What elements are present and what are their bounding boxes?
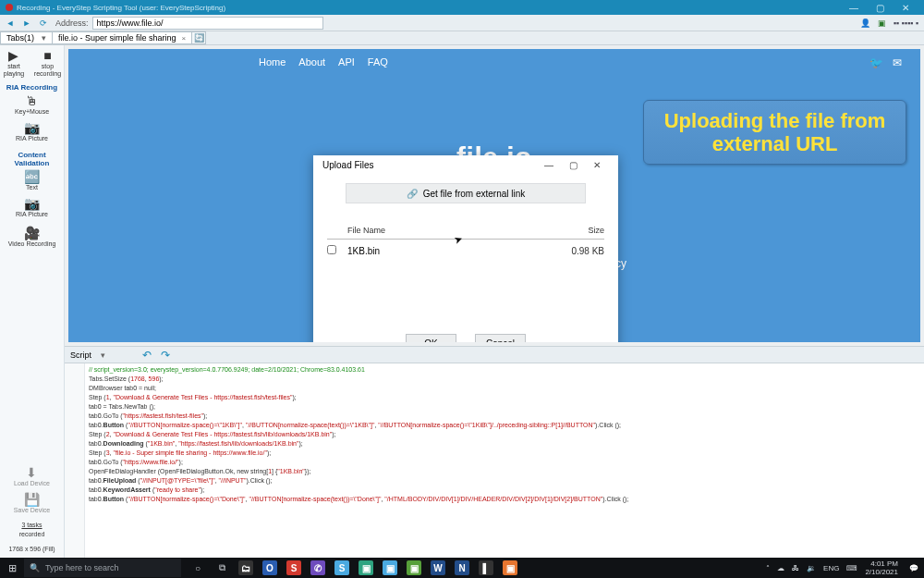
site-nav-api[interactable]: API bbox=[338, 56, 355, 68]
address-input[interactable] bbox=[92, 17, 323, 30]
start-playing-button[interactable]: ▶ start playing bbox=[0, 49, 28, 78]
tutorial-callout: Uploading the file from external URL bbox=[643, 100, 906, 165]
app-orange-icon[interactable]: ▣ bbox=[503, 560, 517, 575]
system-tray: ˄ ☁ 🖧 🔉 ENG ⌨ 4:01 PM 2/10/2021 💬 bbox=[760, 560, 924, 576]
download-icon: ⬇ bbox=[26, 466, 37, 479]
script-label: Script bbox=[70, 350, 91, 360]
table-row[interactable]: 1KB.bin 0.98 KB bbox=[327, 240, 604, 262]
add-tab-button[interactable]: 🔄 bbox=[191, 31, 206, 44]
device-icon[interactable]: ▣ bbox=[878, 18, 886, 28]
file-row-checkbox[interactable] bbox=[327, 245, 336, 254]
chevron-down-icon[interactable]: ▾ bbox=[101, 350, 105, 360]
taskview-icon[interactable]: ⧉ bbox=[214, 560, 229, 575]
dialog-minimize-button[interactable]: — bbox=[537, 160, 561, 170]
address-label: Address: bbox=[55, 18, 89, 28]
window-title: Recording - EveryStep Scripting Tool (us… bbox=[17, 4, 225, 12]
site-nav-home[interactable]: Home bbox=[259, 56, 286, 68]
ria-picture-button-2[interactable]: 📷 RIA Picture bbox=[16, 197, 48, 218]
tray-volume-icon[interactable]: 🔉 bbox=[807, 564, 816, 572]
redo-icon[interactable]: ↷ bbox=[161, 349, 170, 362]
search-icon: 🔍 bbox=[30, 563, 40, 572]
tasks-recorded-link[interactable]: 3 tasks bbox=[21, 522, 42, 528]
viber-icon[interactable]: ✆ bbox=[310, 560, 325, 575]
key-mouse-button[interactable]: 🖱 Key+Mouse bbox=[15, 94, 49, 116]
camera-icon: 📷 bbox=[24, 121, 40, 134]
tray-keyboard-icon[interactable]: ⌨ bbox=[846, 564, 857, 572]
stop-recording-button[interactable]: ■ stop recording bbox=[31, 49, 64, 78]
video-recording-button[interactable]: 🎥 Video Recording bbox=[8, 227, 56, 248]
app-dark-icon[interactable]: ▌ bbox=[479, 560, 493, 575]
outlook-icon[interactable]: O bbox=[262, 560, 277, 575]
site-social: 🐦 ✉ bbox=[869, 56, 902, 69]
start-button[interactable]: ⊞ bbox=[0, 562, 24, 574]
ria-picture-button-1[interactable]: 📷 RIA Picture bbox=[16, 121, 48, 142]
mail-icon[interactable]: ✉ bbox=[893, 56, 902, 69]
tabs-selector-label: Tabs(1) bbox=[6, 33, 34, 43]
plus-icon: 🔄 bbox=[194, 33, 204, 43]
text-validation-button[interactable]: 🔤 Text bbox=[24, 170, 40, 191]
tab-close-icon[interactable]: × bbox=[182, 34, 187, 43]
viewport-size-label: 1768 x 596 (Fill) bbox=[8, 545, 55, 554]
taskbar-search[interactable]: 🔍 Type here to search bbox=[24, 559, 181, 577]
record-icon bbox=[6, 4, 13, 11]
file-row-name: 1KB.bin bbox=[347, 246, 549, 256]
onenote-icon[interactable]: N bbox=[455, 560, 469, 575]
ok-button[interactable]: OK bbox=[406, 334, 456, 342]
nav-forward-icon[interactable]: ► bbox=[20, 17, 33, 30]
window-maximize-button[interactable]: ▢ bbox=[867, 3, 893, 13]
app-green-1-icon[interactable]: ▣ bbox=[359, 560, 373, 575]
tray-network-icon[interactable]: 🖧 bbox=[792, 564, 799, 572]
nav-reload-icon[interactable]: ⟳ bbox=[37, 17, 50, 30]
skype-icon[interactable]: S bbox=[334, 560, 349, 575]
window-titlebar: Recording - EveryStep Scripting Tool (us… bbox=[0, 0, 924, 15]
nav-back-icon[interactable]: ◄ bbox=[4, 17, 17, 30]
explorer-icon[interactable]: 🗂 bbox=[238, 560, 253, 575]
address-bar: ◄ ► ⟳ Address: 👤 ▣ ▪▪ ▪▪▪▪ ▪ bbox=[0, 15, 924, 31]
user-icon[interactable]: 👤 bbox=[860, 18, 870, 28]
dialog-close-button[interactable]: ✕ bbox=[585, 160, 609, 170]
cancel-button[interactable]: Cancel bbox=[475, 334, 526, 342]
code-gutter bbox=[65, 363, 85, 558]
toolbar-sep: ▪▪ ▪▪▪▪ ▪ bbox=[894, 18, 918, 28]
camera-icon: 📷 bbox=[24, 197, 40, 210]
tray-cloud-icon[interactable]: ☁ bbox=[777, 564, 784, 572]
text-icon: 🔤 bbox=[24, 170, 40, 183]
notifications-icon[interactable]: 💬 bbox=[909, 564, 918, 572]
taskbar-clock[interactable]: 4:01 PM 2/10/2021 bbox=[865, 560, 902, 576]
save-device-button[interactable]: 💾 Save Device bbox=[14, 493, 50, 514]
load-device-button[interactable]: ⬇ Load Device bbox=[14, 466, 50, 487]
app-s-icon[interactable]: S bbox=[286, 560, 301, 575]
undo-icon[interactable]: ↶ bbox=[142, 349, 152, 362]
windows-taskbar: ⊞ 🔍 Type here to search ○ ⧉ 🗂 O S ✆ S ▣ … bbox=[0, 558, 924, 578]
dialog-maximize-button[interactable]: ▢ bbox=[561, 160, 585, 170]
col-size: Size bbox=[549, 226, 604, 235]
ria-recording-title: RIA Recording bbox=[6, 83, 57, 92]
tray-chevron-icon[interactable]: ˄ bbox=[766, 564, 770, 572]
taskbar-apps: ○ ⧉ 🗂 O S ✆ S ▣ ▣ ▣ W N ▌ ▣ bbox=[190, 560, 517, 575]
upload-files-dialog: Upload Files — ▢ ✕ 🔗Get file from extern… bbox=[313, 155, 618, 342]
twitter-icon[interactable]: 🐦 bbox=[869, 56, 883, 69]
chevron-down-icon: ▾ bbox=[42, 33, 46, 43]
link-icon: 🔗 bbox=[407, 189, 418, 199]
get-file-external-button[interactable]: 🔗Get file from external link bbox=[346, 183, 586, 203]
play-icon: ▶ bbox=[8, 49, 18, 62]
col-file-name: File Name bbox=[347, 226, 549, 235]
file-row-size: 0.98 KB bbox=[549, 246, 604, 256]
tabs-selector[interactable]: Tabs(1) ▾ bbox=[0, 31, 53, 44]
script-toolbar: Script ▾ ↶ ↷ bbox=[65, 346, 924, 363]
app-green-2-icon[interactable]: ▣ bbox=[407, 560, 421, 575]
window-minimize-button[interactable]: — bbox=[841, 3, 867, 13]
window-close-button[interactable]: ✕ bbox=[893, 3, 918, 13]
app-sky-icon[interactable]: ▣ bbox=[383, 560, 397, 575]
word-icon[interactable]: W bbox=[431, 560, 445, 575]
site-body: Home About API FAQ 🐦 ✉ file.io olicy Upl… bbox=[68, 49, 920, 342]
tray-language[interactable]: ENG bbox=[823, 564, 839, 572]
browser-viewport: Home About API FAQ 🐦 ✉ file.io olicy Upl… bbox=[65, 45, 924, 346]
code-area[interactable]: // script_version=3.0; everystep_version… bbox=[85, 363, 924, 558]
video-icon: 🎥 bbox=[24, 227, 40, 240]
site-nav-faq[interactable]: FAQ bbox=[368, 56, 388, 68]
site-nav-about[interactable]: About bbox=[298, 56, 325, 68]
browser-tab-active[interactable]: file.io - Super simple file sharing × bbox=[52, 31, 192, 44]
stop-icon: ■ bbox=[43, 49, 51, 62]
cortana-icon[interactable]: ○ bbox=[190, 560, 205, 575]
